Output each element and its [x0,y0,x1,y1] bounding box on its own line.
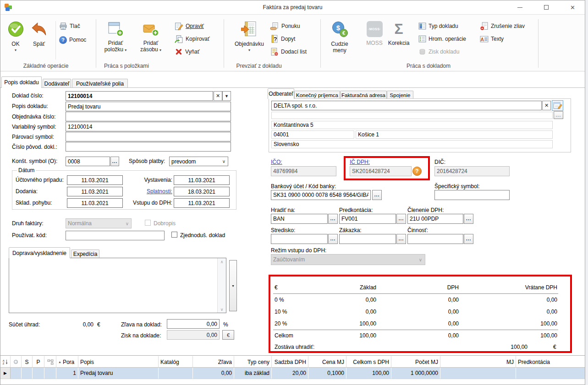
zjednodus-doklad-checkbox[interactable] [171,232,177,238]
copy-item-button[interactable]: Kopírovať [175,34,210,44]
zakazka-input[interactable] [339,234,396,244]
col-p[interactable]: P [33,356,44,368]
ico-link[interactable]: IČO: [271,159,282,165]
col-typ-ceny[interactable]: Typ ceny [234,356,272,368]
cinnost-input[interactable] [407,234,463,244]
row-selector-cell[interactable]: ▶ [0,368,11,379]
sort-header-cell[interactable]: A Z [0,356,11,368]
customer-country-input[interactable] [271,140,553,148]
take-order-button[interactable]: Objednávku ▾ [232,21,267,52]
scroll-down-icon[interactable]: ∨ [218,307,226,312]
scroll-up-icon[interactable]: ∧ [218,260,226,264]
doklad-cislo-dropdown-button[interactable]: ▼ [222,91,231,101]
col-celkom-s-dph[interactable]: Celkom s DPH [346,356,391,368]
tab-konecny-prijemca[interactable]: Konečný príjemca [294,91,340,99]
col-mj[interactable]: MJ [440,356,516,368]
col-popis[interactable]: Popis [78,356,159,368]
take-inquiry-button[interactable]: ? Dopyt [270,34,295,44]
tab-odberatel[interactable]: Odberateľ [268,88,294,99]
datum-splatnosti-input[interactable]: 18.03.2021 [174,187,230,196]
doprava-memo[interactable]: ∧ ∨ [9,258,226,313]
add-stock-button[interactable]: Pridať zásobu ▾ [136,21,165,54]
add-item-button[interactable]: Pridať položku ▾ [101,21,130,54]
stredisko-input[interactable] [271,234,328,244]
texts-button[interactable]: A Texty [480,34,504,44]
tab-doprava[interactable]: Doprava/vyskladnenie [9,247,70,258]
correction-button[interactable]: Σ Korekcia [386,21,411,46]
zakazka-lookup-button[interactable]: ... [396,234,406,244]
spec-symbol-input[interactable] [434,190,510,200]
hradit-input[interactable] [271,214,328,224]
back-button[interactable]: Späť [28,22,50,47]
popis-dokladu-input[interactable] [66,102,231,111]
predkontacia-lookup-button[interactable]: ... [396,214,406,224]
tab-fakturacna-adresa[interactable]: Fakturačná adresa [340,91,387,99]
customer-lookup-button[interactable]: ... [554,111,563,119]
stredisko-lookup-button[interactable]: ... [328,234,338,244]
customer-name2-input[interactable] [271,112,553,119]
customer-street-input[interactable] [271,121,553,129]
datum-vystavenia-input[interactable]: 11.03.2021 [174,175,230,185]
col-sadzba-dph[interactable]: Sadzba DPH [272,356,308,368]
col-s[interactable]: S [22,356,33,368]
bulk-operations-button[interactable]: Hrom. operácie [418,34,466,44]
clenenie-dph-lookup-button[interactable]: ... [464,214,473,224]
customer-edit-button[interactable] [552,100,563,111]
take-offer-button[interactable]: Ponuku [270,21,300,31]
icdph-question-badge-icon[interactable]: ? [412,167,422,176]
datum-splatnosti-link[interactable]: Splatnosti: [129,189,172,195]
datum-vstup-dph-input[interactable]: 11.03.2021 [174,198,230,208]
zlava-input[interactable] [167,319,220,329]
customer-zip-input[interactable] [271,130,354,139]
sphere-header-cell[interactable] [11,356,22,368]
remove-item-button[interactable]: Vyňať [175,47,199,57]
customer-clear-button[interactable]: ✕ [542,101,551,110]
customer-name-input[interactable] [271,101,542,110]
zisk-currency-button[interactable]: € [222,330,234,340]
cancel-discounts-button[interactable]: Zrušenie zliav [480,21,525,31]
bank-lookup-button[interactable]: ... [372,190,382,200]
parovaci-symbol-input[interactable] [66,132,231,141]
col-zlava[interactable]: Zľava [193,356,234,368]
ok-button[interactable]: OK ▾ [4,21,27,52]
datum-dodania-input[interactable]: 11.03.2021 [67,187,123,196]
cinnost-lookup-button[interactable]: ... [464,234,473,244]
objednavka-cislo-input[interactable] [66,112,231,121]
tab-spojenie[interactable]: Spojenie [387,91,413,99]
datum-sklad-input[interactable]: 11.03.2021 [67,198,123,208]
minimize-button[interactable] [510,0,530,14]
print-button[interactable]: Tlač [59,21,80,31]
edit-item-button[interactable]: Opraviť [175,21,204,31]
help-button[interactable]: ? Pomoc [59,35,86,45]
col-pocet-mj[interactable]: Počet MJ [391,356,440,368]
predkontacia-input[interactable] [339,214,396,224]
memo-dropdown-button[interactable]: ▾ [229,260,237,311]
foreign-currency-button[interactable]: $ € Cudzie meny [327,21,352,54]
col-cena-mj[interactable]: Cena MJ [308,356,346,368]
icdph-link[interactable]: IČ DPH: [350,159,370,165]
hierarchy-header-cell[interactable] [44,356,56,368]
col-predkontacia[interactable]: Predkontácia [516,356,585,368]
hradit-lookup-button[interactable]: ... [328,214,338,224]
datum-uctovneho-input[interactable]: 11.03.2021 [67,175,123,185]
cislo-povod-input[interactable] [66,142,231,152]
konst-symbol-lookup-button[interactable]: ... [110,157,119,166]
clenenie-dph-input[interactable] [407,214,463,224]
variabilny-symbol-input[interactable] [66,122,231,131]
memo-scrollbar[interactable]: ∧ ∨ [217,258,226,313]
col-katalog[interactable]: Katalóg [159,356,193,368]
customer-city-input[interactable] [356,130,553,139]
tab-dodavatel[interactable]: Dodávateľ [43,79,71,88]
tab-pouzivatelske-polia[interactable]: Používateľské polia [72,79,128,88]
bank-input[interactable] [271,190,371,200]
tab-popis-dokladu[interactable]: Popis dokladu [1,76,42,88]
take-delivery-note-button[interactable]: Dodací list [270,47,307,57]
konst-symbol-input[interactable] [66,157,110,166]
maximize-button[interactable] [536,0,556,14]
close-button[interactable]: ✕ [562,0,583,14]
doklad-cislo-clear-button[interactable]: ✕ [214,91,222,101]
doklad-cislo-input[interactable] [66,91,213,101]
col-pora[interactable]: ▲Pora [56,356,78,368]
tab-expedicia[interactable]: Expedícia [71,249,99,258]
sposob-platby-select[interactable]: prevodom ∨ [169,157,228,166]
